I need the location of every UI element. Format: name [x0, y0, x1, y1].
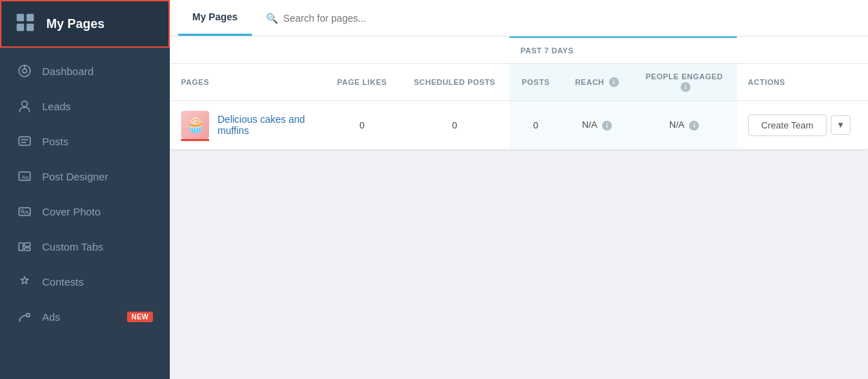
svg-rect-3 — [27, 24, 34, 31]
sidebar-item-posts-label: Posts — [42, 135, 153, 147]
sidebar-item-cover-photo[interactable]: Cover Photo — [0, 194, 170, 229]
search-icon: 🔍 — [266, 13, 278, 24]
posts-icon — [17, 133, 32, 149]
col-reach: REACH i — [562, 64, 632, 101]
reach-info-icon[interactable]: i — [609, 77, 619, 87]
cell-people-engaged: N/A i — [632, 101, 736, 149]
svg-rect-16 — [25, 243, 30, 246]
sidebar-nav: Dashboard Leads Posts — [0, 48, 170, 379]
svg-text:Aa: Aa — [22, 174, 29, 180]
sidebar-item-dashboard-label: Dashboard — [42, 65, 153, 77]
sidebar-item-ads[interactable]: Ads NEW — [0, 299, 170, 334]
svg-point-14 — [21, 210, 24, 213]
col-actions: ACTIONS — [737, 64, 868, 101]
sidebar-header[interactable]: My Pages — [0, 0, 170, 48]
col-people-engaged: PEOPLE ENGAGED i — [632, 64, 736, 101]
svg-rect-2 — [17, 24, 24, 31]
contests-icon — [17, 274, 32, 289]
col-page-likes: PAGE LIKES — [324, 64, 400, 101]
table-row: 🧁 Delicious cakes and muffins 0 0 0 N/A … — [170, 101, 868, 149]
svg-rect-13 — [19, 208, 30, 215]
people-engaged-row-info-icon[interactable]: i — [689, 121, 699, 131]
people-engaged-info-icon[interactable]: i — [681, 82, 690, 92]
actions-dropdown-button[interactable]: ▼ — [831, 115, 850, 135]
sidebar-item-leads[interactable]: Leads — [0, 88, 170, 124]
sidebar-item-post-designer-label: Post Designer — [42, 171, 153, 182]
svg-point-5 — [22, 69, 27, 73]
dashboard-icon — [17, 63, 32, 79]
table-wrapper: PAST 7 DAYS PAGES PAGE LIKES SCHEDULED P… — [170, 36, 868, 149]
main-content: My Pages 🔍 PAST 7 DAYS PAGES — [170, 0, 868, 379]
sidebar-item-custom-tabs[interactable]: Custom Tabs — [0, 229, 170, 264]
svg-rect-1 — [27, 14, 34, 21]
sidebar: My Pages Dashboard Leads — [0, 0, 170, 379]
sidebar-header-label: My Pages — [46, 17, 105, 32]
svg-rect-15 — [19, 243, 23, 251]
grid-icon — [15, 13, 38, 35]
svg-point-7 — [22, 101, 27, 107]
cell-page-likes: 0 — [324, 101, 400, 149]
col-pages: PAGES — [170, 64, 324, 101]
past7-header-row: PAST 7 DAYS — [170, 37, 868, 64]
sidebar-item-ads-label: Ads — [42, 311, 127, 323]
post-designer-icon: Aa — [17, 168, 32, 184]
svg-rect-8 — [19, 137, 30, 145]
svg-rect-17 — [25, 248, 30, 251]
past7-label: PAST 7 DAYS — [509, 37, 737, 64]
sidebar-item-contests[interactable]: Contests — [0, 264, 170, 299]
tab-my-pages[interactable]: My Pages — [178, 0, 252, 36]
reach-row-info-icon[interactable]: i — [602, 121, 612, 131]
custom-tabs-icon — [17, 239, 32, 254]
sidebar-item-leads-label: Leads — [42, 100, 153, 112]
cell-scheduled-posts: 0 — [400, 101, 509, 149]
search-input[interactable] — [283, 13, 424, 24]
ads-new-badge: NEW — [127, 312, 153, 322]
page-thumbnail: 🧁 — [181, 111, 209, 139]
svg-rect-0 — [17, 14, 24, 21]
page-card: My Pages 🔍 PAST 7 DAYS PAGES — [170, 0, 868, 149]
sidebar-item-custom-tabs-label: Custom Tabs — [42, 241, 153, 253]
cell-page-name: 🧁 Delicious cakes and muffins — [170, 101, 324, 149]
page-thumbnail-underline — [181, 139, 209, 141]
sidebar-item-contests-label: Contests — [42, 276, 153, 288]
cell-posts: 0 — [509, 101, 562, 149]
cover-photo-icon — [17, 204, 32, 219]
cell-reach: N/A i — [562, 101, 632, 149]
col-posts: POSTS — [509, 64, 562, 101]
svg-point-18 — [27, 314, 30, 317]
search-box: 🔍 — [258, 7, 860, 29]
col-scheduled-posts: SCHEDULED POSTS — [400, 64, 509, 101]
tabs-row: My Pages 🔍 — [170, 0, 868, 36]
sidebar-item-posts[interactable]: Posts — [0, 124, 170, 159]
ads-icon — [17, 309, 32, 324]
cell-actions: Create Team ▼ — [737, 101, 868, 149]
pages-table: PAST 7 DAYS PAGES PAGE LIKES SCHEDULED P… — [170, 36, 868, 149]
create-team-button[interactable]: Create Team — [748, 114, 827, 136]
sidebar-item-cover-photo-label: Cover Photo — [42, 206, 153, 218]
column-headers: PAGES PAGE LIKES SCHEDULED POSTS POSTS — [170, 64, 868, 101]
sidebar-item-post-designer[interactable]: Aa Post Designer — [0, 159, 170, 194]
sidebar-item-dashboard[interactable]: Dashboard — [0, 53, 170, 88]
page-name-text[interactable]: Delicious cakes and muffins — [218, 114, 313, 136]
leads-icon — [17, 98, 32, 114]
